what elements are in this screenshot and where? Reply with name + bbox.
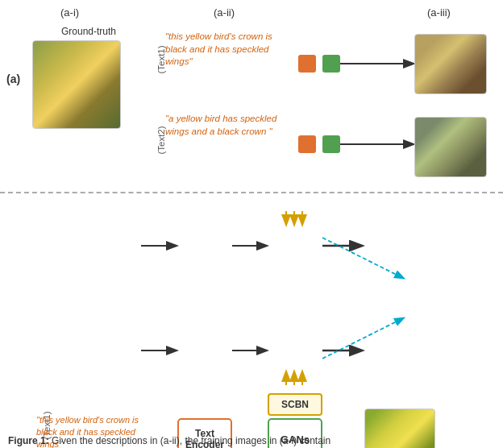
text1-content-a: "this yellow bird's crown is black and i… — [165, 31, 278, 68]
bird-image-a1 — [414, 34, 487, 94]
caption-text: Given the descriptions in (a-ii), the tr… — [52, 435, 330, 446]
col-label-a-iii: (a-iii) — [427, 6, 451, 19]
col-label-a-ii: (a-ii) — [214, 6, 235, 19]
row-label-a: (a) — [6, 73, 20, 85]
scbn-box-top: SCBN — [268, 393, 322, 416]
ground-truth-image — [32, 40, 121, 129]
diagram: (a-i) (a-ii) (a-iii) (a) Ground-truthIma… — [0, 0, 503, 448]
col-label-a-i: (a-i) — [60, 6, 79, 19]
text2-content-a: "a yellow bird has speckled wings and a … — [165, 113, 278, 138]
section-a: (a-i) (a-ii) (a-iii) (a) Ground-truthIma… — [0, 0, 503, 193]
figure-caption: Figure 1: Given the descriptions in (a-i… — [8, 435, 492, 446]
figure-label: Figure 1: — [8, 435, 49, 446]
bird-image-a2 — [414, 117, 487, 177]
section-b: (b) (Text1) "this yellow bird's crown is… — [0, 193, 503, 427]
